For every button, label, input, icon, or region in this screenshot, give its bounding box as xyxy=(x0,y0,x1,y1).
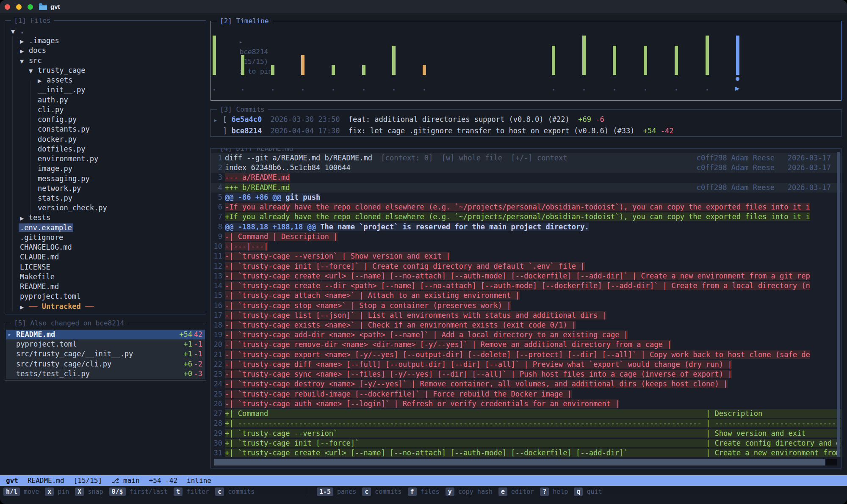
diff-panel[interactable]: [4] Diff README.md 1diff --git a/README.… xyxy=(210,148,841,468)
file-tree-item[interactable]: constants.py xyxy=(5,124,205,134)
file-label: assets xyxy=(47,76,72,84)
file-tree-item[interactable]: messaging.py xyxy=(5,174,205,184)
folder-tree-item[interactable]: ▼. xyxy=(5,26,205,36)
file-tree-item[interactable]: version_check.py xyxy=(5,203,205,213)
file-tree-item[interactable]: image.py xyxy=(5,164,205,174)
help-key: 0/$ xyxy=(109,487,126,496)
diff-line: 12-| `trusty-cage init [--force]` | Crea… xyxy=(211,262,841,271)
also-changed-panel[interactable]: [5] Also changed on bce8214 ▸README.md+5… xyxy=(5,323,206,381)
file-tree-item[interactable]: .gitignore xyxy=(5,233,205,242)
titlebar: gvt xyxy=(0,0,847,14)
file-tree-item[interactable]: CHANGELOG.md xyxy=(5,242,205,252)
folder-tree-item[interactable]: ▶.images xyxy=(5,36,205,46)
help-key: x xyxy=(45,487,54,496)
timeline-bar[interactable] xyxy=(213,36,216,75)
commit-segment: bce8214 xyxy=(231,127,262,135)
diff-horizontal-scrollbar-track[interactable] xyxy=(825,459,837,465)
file-tree-item[interactable]: environment.py xyxy=(5,154,205,164)
diff-content: 1diff --git a/README.md b/README.md [con… xyxy=(211,153,841,458)
files-panel[interactable]: [1] Files ▼.▶.images▶docs▼src▼trusty_cag… xyxy=(5,20,206,314)
file-tree-item[interactable]: docker.py xyxy=(5,135,205,144)
deletions-count: -2 xyxy=(187,359,202,369)
help-key: ? xyxy=(540,487,549,496)
timeline-bar[interactable] xyxy=(271,65,274,75)
timeline-bar[interactable] xyxy=(675,46,678,75)
folder-tree-item[interactable]: ▶assets xyxy=(5,75,205,85)
timeline-bar[interactable] xyxy=(241,55,244,75)
close-button[interactable] xyxy=(5,4,10,10)
file-tree-item[interactable]: CLAUDE.md xyxy=(5,252,205,262)
changed-file-row[interactable]: tests/test_cli.py+0-3 xyxy=(6,369,205,379)
changed-file-row[interactable]: src/trusty_cage/cli.py+6-2 xyxy=(6,359,205,369)
line-number: 25 xyxy=(211,389,225,399)
line-number: 6 xyxy=(211,202,225,212)
timeline-bar[interactable] xyxy=(301,55,304,75)
timeline-bar[interactable] xyxy=(552,46,555,75)
commits-panel-title: [3] Commits xyxy=(217,105,268,113)
commit-segment: fix: let cage .gitignore transfer to hos… xyxy=(349,127,635,135)
timeline-tick-dot xyxy=(424,89,425,91)
deletions-count: -1 xyxy=(187,339,202,349)
timeline-tick-dot xyxy=(242,89,244,91)
file-tree-item[interactable]: stats.py xyxy=(5,193,205,203)
expand-arrow-icon: ▶ xyxy=(20,47,29,55)
fullscreen-button[interactable] xyxy=(28,4,33,10)
changed-file-row[interactable]: ▸README.md+54-42 xyxy=(6,330,205,339)
hunk-header: @@ -188,18 +188,18 @@ The name `project`… xyxy=(225,223,589,231)
line-number: 18 xyxy=(211,320,225,330)
timeline-bar[interactable] xyxy=(706,36,709,75)
changed-file-row[interactable]: pyproject.toml+1-1 xyxy=(6,339,205,349)
file-tree-item[interactable]: README.md xyxy=(5,282,205,292)
file-tree-item[interactable]: auth.py xyxy=(5,95,205,105)
minimize-button[interactable] xyxy=(16,4,22,10)
timeline-bar-selected[interactable] xyxy=(736,36,739,75)
commits-panel[interactable]: [3] Commits ▸ [ 6e5a4c0 2026-03-30 23:50… xyxy=(210,109,841,137)
folder-tree-item[interactable]: ▶docs xyxy=(5,46,205,55)
diff-vertical-scrollbar[interactable] xyxy=(837,152,840,457)
commit-row[interactable]: ▸ [ 6e5a4c0 2026-03-30 23:50 feat: addit… xyxy=(214,114,839,125)
timeline-panel[interactable]: [2] Timeline ▸ bce8214 (15/15) x to pin … xyxy=(210,21,841,101)
file-tree-item[interactable]: config.py xyxy=(5,115,205,124)
file-tree-item[interactable]: .env.example xyxy=(5,223,205,233)
timeline-bar[interactable] xyxy=(332,65,335,75)
file-label: auth.py xyxy=(38,96,68,104)
file-label: messaging.py xyxy=(38,174,90,183)
help-key: h/l xyxy=(3,487,20,496)
untracked-dash: ── xyxy=(29,302,42,311)
help-key: e xyxy=(498,487,507,496)
commit-segment: -6 xyxy=(591,115,604,124)
folder-tree-item[interactable]: ▶tests xyxy=(5,213,205,223)
file-tree-item[interactable]: Makefile xyxy=(5,272,205,282)
file-tree-item[interactable]: cli.py xyxy=(5,105,205,115)
folder-tree-item[interactable]: ▶── Untracked ── xyxy=(5,302,205,311)
timeline-bar[interactable] xyxy=(644,46,647,75)
file-tree-item[interactable]: __init__.py xyxy=(5,85,205,95)
timeline-bar[interactable] xyxy=(392,46,396,75)
timeline-bar[interactable] xyxy=(362,65,365,75)
expand-arrow-icon: ▼ xyxy=(29,66,38,75)
changed-file-row[interactable]: src/trusty_cage/__init__.py+1-1 xyxy=(6,349,205,359)
file-tree-item[interactable]: dotfiles.py xyxy=(5,144,205,154)
untracked-dash: ── xyxy=(81,302,94,311)
folder-tree-item[interactable]: ▼src xyxy=(5,56,205,66)
window-title: gvt xyxy=(50,3,60,10)
line-number: 2 xyxy=(211,163,225,173)
timeline-bar[interactable] xyxy=(582,36,586,75)
timeline-bar[interactable] xyxy=(613,46,616,75)
diff-line: 7+If you already have the repo cloned el… xyxy=(211,212,841,222)
diff-line: 6-If you already have the repo cloned el… xyxy=(211,202,841,212)
commit-row[interactable]: ] bce8214 2026-04-04 17:30 fix: let cage… xyxy=(214,125,839,137)
line-number: 27 xyxy=(211,409,225,419)
help-bar: h/lmovexpinXsnap0/$first/lasttfilterccom… xyxy=(0,486,847,497)
folder-tree-item[interactable]: ▼trusty_cage xyxy=(5,66,205,75)
expand-arrow-icon: ▶ xyxy=(20,303,29,311)
diff-horizontal-scrollbar[interactable] xyxy=(214,459,825,465)
file-tree-item[interactable]: network.py xyxy=(5,184,205,193)
file-label: network.py xyxy=(38,184,81,193)
commit-list: ▸ [ 6e5a4c0 2026-03-30 23:50 feat: addit… xyxy=(214,114,839,137)
folder-icon xyxy=(39,5,47,10)
file-tree-item[interactable]: pyproject.toml xyxy=(5,292,205,301)
status-item: README.md xyxy=(28,476,64,485)
file-tree-item[interactable]: LICENSE xyxy=(5,262,205,272)
timeline-bar[interactable] xyxy=(423,65,426,75)
